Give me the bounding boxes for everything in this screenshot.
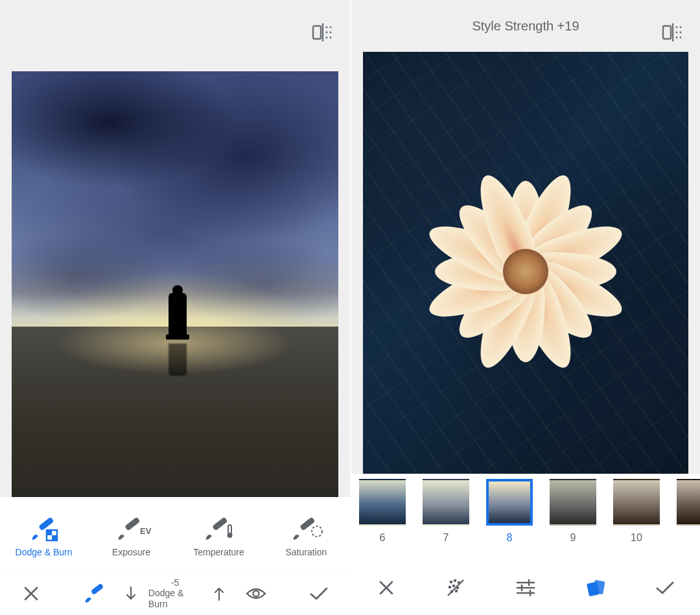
topbar: Style Strength +19 [351,0,700,52]
svg-point-7 [330,37,332,39]
flower-illustration [422,168,629,375]
image-preview[interactable] [12,71,338,497]
brush-ev-icon: EV [115,516,148,542]
svg-rect-10 [47,530,52,535]
brush-active-icon [83,584,105,603]
close-icon [23,585,40,602]
style-label: 9 [570,532,576,544]
tune-button[interactable] [491,579,561,596]
svg-point-5 [330,32,332,34]
image-preview[interactable] [363,52,688,474]
arrow-up-icon [213,586,225,601]
tool-dodge-burn[interactable]: Dodge & Burn [0,516,88,557]
style-label: 6 [380,532,386,544]
svg-point-30 [680,32,682,34]
svg-point-39 [453,585,455,587]
eye-icon [246,586,266,601]
tool-saturation[interactable]: Saturation [262,516,350,557]
svg-point-42 [456,590,458,592]
header-title: Style Strength +19 [472,19,579,34]
style-thumb-6[interactable]: 6 [359,479,406,544]
brush-tool-tabs: Dodge & Burn EV Exposure [0,501,350,572]
tool-label: Temperature [193,547,244,557]
style-label: 7 [443,532,449,544]
brush-sat-icon [290,516,323,542]
svg-point-32 [680,37,682,39]
svg-point-18 [312,526,322,537]
svg-rect-8 [38,516,54,531]
arrow-down-icon [125,586,137,601]
mask-preview-button[interactable] [225,586,287,601]
brush-value: -5 [171,577,179,588]
svg-rect-25 [663,26,671,39]
toolbar: Dodge & Burn EV Exposure [0,497,350,615]
tool-label: Exposure [112,547,150,557]
tool-label: Dodge & Burn [16,547,73,557]
brush-strength-stepper[interactable]: -5 Dodge & Burn [125,577,225,609]
svg-rect-21 [90,583,104,595]
cancel-button[interactable] [351,579,421,596]
editor-pane-brush: Dodge & Burn EV Exposure [0,0,350,615]
svg-point-38 [449,586,451,588]
svg-point-6 [326,37,328,39]
svg-point-36 [454,580,456,582]
svg-point-28 [680,27,682,29]
compare-button[interactable] [659,21,687,44]
style-thumb-9[interactable]: 9 [550,479,596,544]
brush-strength-readout: -5 Dodge & Burn [148,577,202,609]
compare-icon [312,23,333,41]
styles-icon [586,579,605,597]
svg-point-4 [326,32,328,34]
svg-point-3 [330,27,332,29]
check-icon [309,586,329,601]
svg-rect-51 [592,580,605,594]
style-label: 8 [507,532,513,544]
svg-rect-0 [313,26,321,39]
topbar [0,0,350,52]
svg-point-16 [227,533,232,538]
svg-rect-17 [299,516,315,531]
brush-tool-name: Dodge & Burn [148,588,202,609]
editor-pane-styles: Style Strength +19 6 7 8 9 [350,0,700,615]
cancel-button[interactable] [0,585,62,602]
styles-button[interactable] [561,579,631,597]
svg-text:EV: EV [140,526,152,536]
shuffle-button[interactable] [421,578,491,598]
sliders-icon [516,579,535,596]
svg-rect-14 [212,516,228,531]
check-icon [655,580,675,596]
brush-action-row: -5 Dodge & Burn [0,572,350,614]
svg-rect-11 [52,535,57,540]
svg-point-29 [676,32,678,34]
svg-rect-12 [124,516,140,531]
compare-button[interactable] [309,21,337,44]
tool-label: Saturation [286,547,327,557]
sparkle-off-icon [446,578,465,598]
style-thumb-11[interactable] [677,479,700,532]
compare-icon [662,23,683,41]
style-thumb-8[interactable]: 8 [486,479,533,544]
svg-rect-15 [228,525,231,534]
brush-icon [29,516,60,542]
svg-point-24 [253,590,259,596]
style-thumbnails[interactable]: 6 7 8 9 10 [351,474,700,561]
brush-temp-icon [202,516,236,542]
toolbar: 6 7 8 9 10 [351,474,700,615]
style-thumb-10[interactable]: 10 [613,479,660,544]
tool-temperature[interactable]: Temperature [175,516,262,557]
brush-mode-button[interactable] [62,584,124,603]
svg-point-35 [450,581,452,583]
apply-button[interactable] [288,586,350,601]
style-thumb-7[interactable]: 7 [423,479,469,544]
style-action-row [351,561,700,615]
apply-button[interactable] [630,580,700,596]
svg-point-31 [676,37,678,39]
svg-point-27 [676,27,678,29]
tool-exposure[interactable]: EV Exposure [88,516,175,557]
style-label: 10 [631,532,642,544]
close-icon [378,579,395,596]
svg-point-2 [326,27,328,29]
